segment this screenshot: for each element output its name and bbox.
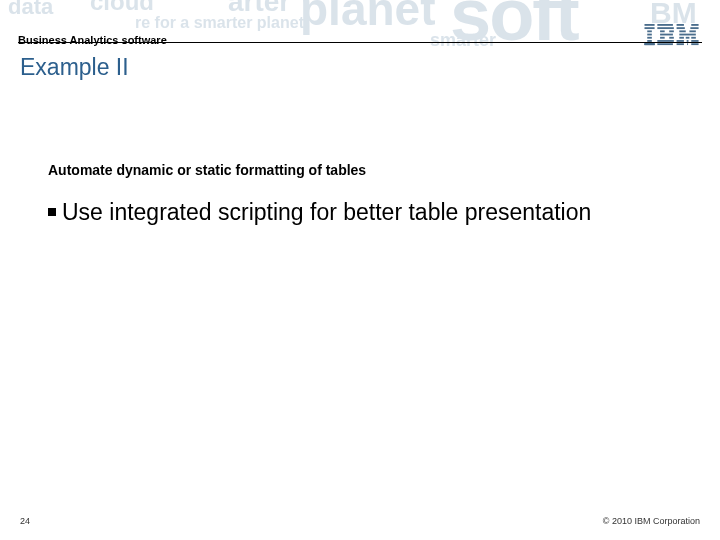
svg-rect-29 [691,37,696,39]
bullet-square-icon [48,208,56,216]
copyright: © 2010 IBM Corporation [603,516,700,526]
svg-rect-26 [679,34,696,36]
svg-rect-28 [686,37,690,39]
svg-rect-3 [647,34,652,36]
bullet-text: Use integrated scripting for better tabl… [62,198,591,227]
svg-rect-1 [645,27,655,29]
header: Business Analytics software [0,0,720,46]
svg-rect-19 [657,43,673,45]
svg-rect-13 [660,30,665,32]
bullet-item: Use integrated scripting for better tabl… [48,198,680,227]
svg-rect-2 [647,30,652,32]
svg-rect-21 [691,24,698,26]
svg-rect-10 [645,43,655,45]
svg-rect-0 [645,24,655,26]
svg-rect-14 [669,30,674,32]
svg-rect-15 [660,34,673,36]
svg-rect-12 [657,27,674,29]
svg-rect-27 [679,37,684,39]
header-divider [18,42,702,43]
slide: soft planet re for a smarter planet data… [0,0,720,540]
svg-rect-16 [660,37,665,39]
svg-rect-25 [689,30,695,32]
svg-rect-4 [647,37,652,39]
page-number: 24 [20,516,30,526]
svg-rect-23 [690,27,698,29]
svg-rect-20 [677,24,684,26]
svg-rect-24 [679,30,685,32]
svg-rect-33 [677,43,684,45]
slide-title: Example II [20,54,129,81]
bullet-list: Use integrated scripting for better tabl… [48,198,680,227]
svg-rect-17 [669,37,674,39]
svg-rect-11 [657,24,673,26]
slide-subheading: Automate dynamic or static formatting of… [48,162,366,178]
svg-rect-34 [687,43,688,45]
svg-rect-35 [691,43,698,45]
svg-rect-22 [677,27,685,29]
header-label: Business Analytics software [18,34,167,46]
